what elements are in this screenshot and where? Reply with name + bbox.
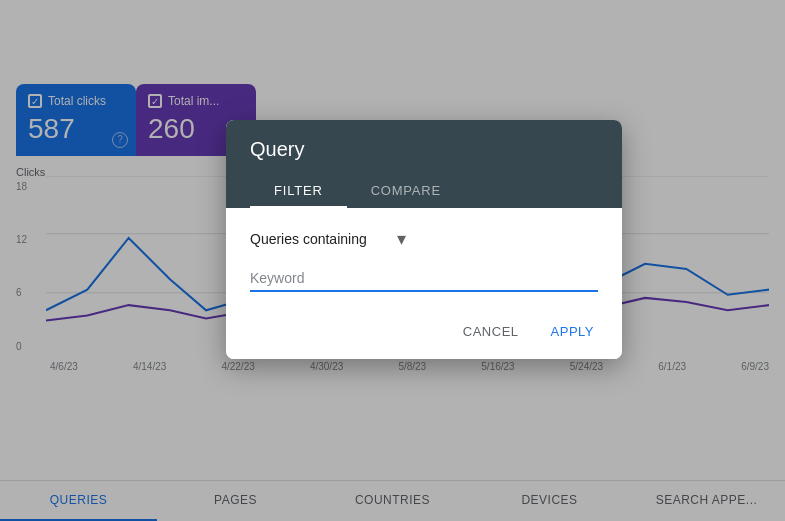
dialog-body: Queries containing Queries not containin…	[226, 208, 622, 308]
dialog-footer: CANCEL APPLY	[226, 308, 622, 359]
dropdown-arrow-icon: ▾	[397, 228, 406, 250]
dialog-header: Query FILTER COMPARE	[226, 120, 622, 208]
keyword-input[interactable]	[250, 266, 598, 292]
cancel-button[interactable]: CANCEL	[451, 316, 531, 347]
apply-button[interactable]: APPLY	[539, 316, 606, 347]
query-dialog: Query FILTER COMPARE Queries containing …	[226, 120, 622, 359]
dialog-title: Query	[250, 138, 598, 161]
filter-type-row: Queries containing Queries not containin…	[250, 228, 598, 250]
dialog-tab-compare[interactable]: COMPARE	[347, 175, 465, 208]
dialog-tab-filter[interactable]: FILTER	[250, 175, 347, 208]
dialog-tabs: FILTER COMPARE	[250, 175, 598, 208]
filter-type-select[interactable]: Queries containing Queries not containin…	[250, 231, 395, 247]
